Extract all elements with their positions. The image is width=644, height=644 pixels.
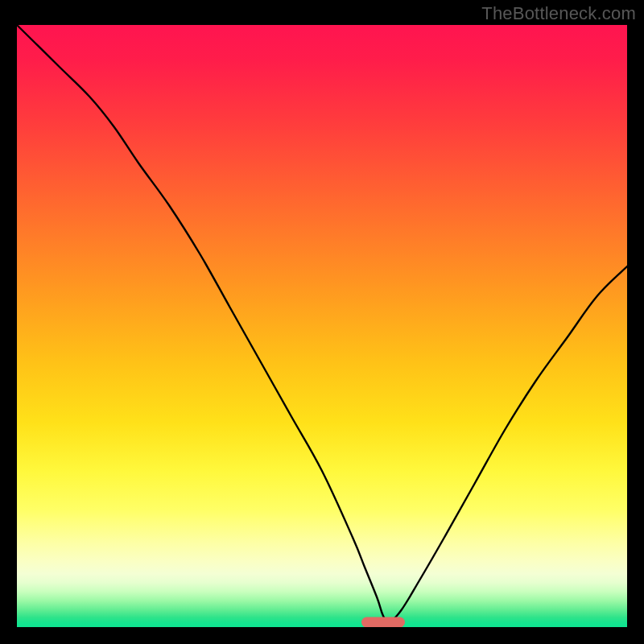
minimum-marker-pill: [361, 617, 405, 627]
plot-area: [16, 24, 628, 628]
chart-stage: TheBottleneck.com: [0, 0, 644, 644]
bottleneck-curve: [16, 24, 628, 628]
curve-path: [16, 24, 628, 622]
watermark-text: TheBottleneck.com: [481, 3, 636, 24]
